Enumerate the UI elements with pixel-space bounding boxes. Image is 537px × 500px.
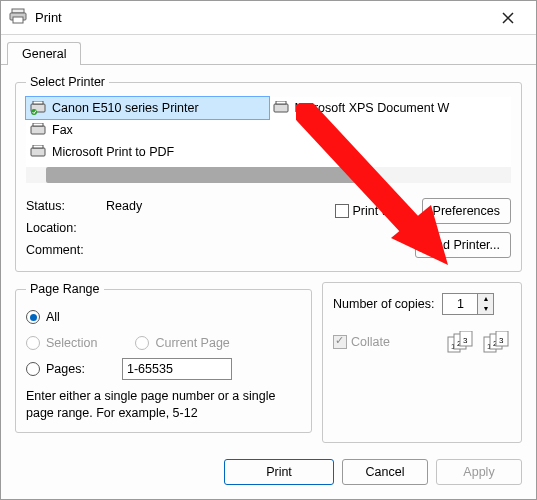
page-range-group: Page Range All Selection Current Page Pa… — [15, 282, 312, 433]
titlebar: Print — [1, 1, 536, 35]
printer-item-label: Fax — [52, 123, 73, 137]
radio-current-page — [135, 336, 149, 350]
radio-pages[interactable] — [26, 362, 40, 376]
svg-rect-10 — [31, 148, 45, 156]
radio-current-page-label: Current Page — [155, 336, 229, 350]
location-label: Location: — [26, 221, 106, 235]
svg-text:3: 3 — [463, 336, 468, 345]
printer-item[interactable]: Microsoft XPS Document W — [269, 97, 512, 119]
collate-checkbox: Collate — [333, 335, 390, 349]
page-range-legend: Page Range — [26, 282, 104, 296]
printer-list[interactable]: Canon E510 series Printer Microsoft XPS … — [26, 97, 511, 167]
copies-spinner[interactable]: ▲ ▼ — [442, 293, 494, 315]
svg-rect-6 — [274, 104, 288, 112]
status-block: Status: Ready Location: Comment: — [26, 195, 327, 261]
radio-all-label: All — [46, 310, 60, 324]
svg-rect-8 — [31, 126, 45, 134]
status-value: Ready — [106, 199, 142, 213]
pages-input[interactable] — [122, 358, 232, 380]
radio-pages-label: Pages: — [46, 362, 116, 376]
printer-icon — [273, 101, 291, 115]
collate-icon: 1 2 3 1 2 3 — [447, 331, 511, 353]
svg-text:3: 3 — [499, 336, 504, 345]
print-to-file-checkbox[interactable]: Print to file — [335, 204, 412, 218]
page-range-hint: Enter either a single page number or a s… — [26, 388, 301, 422]
fax-icon — [30, 123, 48, 137]
checkbox-box — [335, 204, 349, 218]
select-printer-legend: Select Printer — [26, 75, 109, 89]
print-to-file-label: Print to file — [353, 204, 412, 218]
copies-label: Number of copies: — [333, 297, 434, 311]
svg-rect-11 — [33, 145, 43, 148]
radio-selection-label: Selection — [46, 336, 97, 350]
checkbox-box — [333, 335, 347, 349]
radio-all[interactable] — [26, 310, 40, 324]
apply-button: Apply — [436, 459, 522, 485]
status-label: Status: — [26, 199, 106, 213]
copies-input[interactable] — [442, 293, 478, 315]
printer-list-scrollbar[interactable] — [26, 167, 511, 183]
printer-item[interactable]: Fax — [26, 119, 269, 141]
radio-selection — [26, 336, 40, 350]
printer-item[interactable]: Microsoft Print to PDF — [26, 141, 269, 163]
printer-item-label: Canon E510 series Printer — [52, 101, 199, 115]
select-printer-group: Select Printer Canon E510 series Printer… — [15, 75, 522, 272]
spin-down-icon[interactable]: ▼ — [478, 304, 493, 314]
svg-rect-0 — [12, 9, 24, 13]
window-title: Print — [35, 10, 488, 25]
printer-item-label: Microsoft Print to PDF — [52, 145, 174, 159]
copies-group: Number of copies: ▲ ▼ Collate — [322, 282, 522, 443]
find-printer-button[interactable]: Find Printer... — [415, 232, 511, 258]
print-dialog: Print General Select Printer Canon E510 … — [0, 0, 537, 500]
svg-rect-4 — [33, 101, 43, 104]
comment-label: Comment: — [26, 243, 106, 257]
printer-icon — [30, 145, 48, 159]
svg-rect-7 — [276, 101, 286, 104]
printer-item[interactable]: Canon E510 series Printer — [26, 97, 269, 119]
close-button[interactable] — [488, 4, 528, 32]
printer-item-label: Microsoft XPS Document W — [295, 101, 450, 115]
scrollbar-thumb[interactable] — [46, 167, 366, 183]
cancel-button[interactable]: Cancel — [342, 459, 428, 485]
preferences-button[interactable]: Preferences — [422, 198, 511, 224]
tab-general[interactable]: General — [7, 42, 81, 65]
spin-up-icon[interactable]: ▲ — [478, 294, 493, 304]
dialog-footer: Print Cancel Apply — [1, 451, 536, 499]
tab-strip: General — [1, 35, 536, 64]
svg-rect-2 — [13, 17, 23, 23]
dialog-body: Select Printer Canon E510 series Printer… — [1, 64, 536, 451]
svg-rect-9 — [33, 123, 43, 126]
collate-label: Collate — [351, 335, 390, 349]
printer-icon — [9, 8, 27, 27]
print-button[interactable]: Print — [224, 459, 334, 485]
printer-default-icon — [30, 101, 48, 115]
